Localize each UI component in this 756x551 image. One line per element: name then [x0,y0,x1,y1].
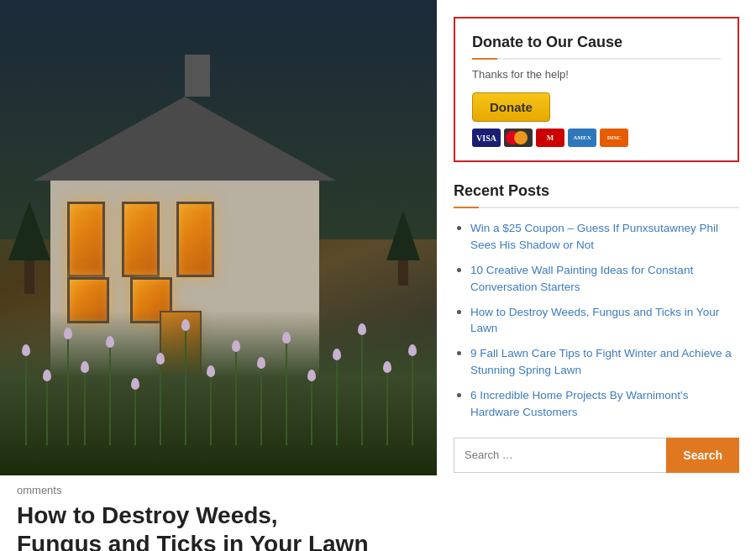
window-left [67,202,105,277]
recent-posts-divider [454,207,739,208]
post-link-5[interactable]: 6 Incredible Home Projects By Warnimont'… [470,389,688,418]
chimney [185,55,210,97]
house-roof [34,97,336,181]
article-title: How to Destroy Weeds, Fungus and Ticks i… [17,501,420,551]
visa-icon: VISA [472,129,501,147]
amex-icon: AMEX [568,129,596,147]
search-button[interactable]: Search [666,438,739,473]
payment-icons: VISA M AMEX DISC [472,129,721,147]
recent-posts-widget: Recent Posts Win a $25 Coupon – Guess If… [454,182,739,421]
post-link-3[interactable]: How to Destroy Weeds, Fungus and Ticks i… [470,306,719,335]
comments-label: omments [17,484,420,496]
tree-right [386,210,420,286]
window-center [122,202,160,277]
search-widget: Search [454,438,739,473]
article-text-area: omments How to Destroy Weeds, Fungus and… [0,475,437,551]
recent-posts-list: Win a $25 Coupon – Guess If Punxsutawney… [454,220,739,421]
list-item: How to Destroy Weeds, Fungus and Ticks i… [470,304,739,338]
donate-widget-title: Donate to Our Cause [472,34,721,51]
list-item: 10 Creative Wall Painting Ideas for Cons… [470,262,739,296]
article-title-text2: Fungus and Ticks in Your Lawn [17,531,369,551]
post-link-4[interactable]: 9 Fall Lawn Care Tips to Fight Winter an… [470,347,732,376]
maestro-icon: M [536,129,564,147]
recent-posts-title: Recent Posts [454,182,739,200]
mastercard-icon [504,129,533,147]
main-article-image [0,0,437,479]
list-item: 9 Fall Lawn Care Tips to Fight Winter an… [470,345,739,379]
flowers-area [0,277,437,445]
post-link-1[interactable]: Win a $25 Coupon – Guess If Punxsutawney… [470,222,718,251]
house-windows-top [67,202,214,277]
list-item: 6 Incredible Home Projects By Warnimont'… [470,387,739,421]
list-item: Win a $25 Coupon – Guess If Punxsutawney… [470,220,739,254]
discover-icon: DISC [600,129,628,147]
donate-widget: Donate to Our Cause Thanks for the help!… [454,17,739,162]
article-title-text: How to Destroy Weeds, [17,502,278,528]
window-right [176,202,214,277]
donate-divider [472,58,721,60]
donate-button[interactable]: Donate [472,92,550,122]
post-link-2[interactable]: 10 Creative Wall Painting Ideas for Cons… [470,264,693,293]
sidebar: Donate to Our Cause Thanks for the help!… [437,0,756,551]
donate-thanks-text: Thanks for the help! [472,68,721,81]
search-input[interactable] [454,438,666,473]
